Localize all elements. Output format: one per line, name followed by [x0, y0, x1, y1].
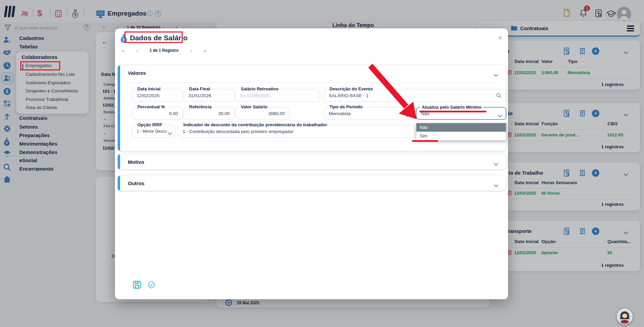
field-label: Percentual % — [136, 104, 167, 109]
expand-motivo-icon[interactable] — [495, 160, 498, 167]
confirm-button[interactable] — [147, 281, 155, 289]
field-label: Referência — [187, 104, 213, 109]
field-value: 30,00 — [188, 111, 230, 116]
prev-record-icon[interactable]: ‹ — [136, 48, 138, 53]
assistant-avatar[interactable] — [617, 309, 632, 324]
option-sim[interactable]: Sim — [416, 132, 506, 140]
field-placeholder: Ex 01/09/2025 — [240, 93, 315, 98]
first-record-icon[interactable]: « — [122, 48, 124, 53]
referencia-field[interactable]: Referência 30,00 — [184, 107, 234, 120]
field-label: Data Inicial — [136, 86, 162, 91]
section-outros[interactable]: Outros — [118, 176, 506, 191]
annotation-arrow — [365, 62, 423, 124]
indicador-inss-field[interactable]: Indicador de desconto da contribuição pr… — [178, 125, 415, 138]
save-button[interactable] — [133, 280, 141, 289]
field-value: 1 - Contribuição descontada pelo primeir… — [183, 129, 410, 134]
salary-data-modal: $ Dados de Salário ✕ « ‹ 1 de 1 Registro… — [115, 28, 508, 299]
annotation-underline-sim — [412, 140, 438, 142]
section-motivo[interactable]: Motivo — [118, 154, 506, 169]
search-lookup-icon[interactable] — [496, 92, 502, 99]
field-label: Valor Salário — [239, 104, 269, 109]
atualiza-options-popup: Não Sim — [416, 123, 506, 140]
section-title-motivo: Motivo — [128, 159, 144, 165]
field-label: Atualiza pelo Salário Mínimo — [420, 105, 483, 110]
collapse-valores-icon[interactable] — [495, 71, 498, 78]
annotation-underline-atualiza-label — [419, 111, 486, 112]
field-value: 3060,00 — [240, 111, 285, 116]
valor-salario-field[interactable]: Valor Salário 3060,00 — [235, 107, 290, 120]
percentual-field[interactable]: Percentual % 0,00 — [132, 107, 183, 120]
field-label: Opção IRRF — [136, 122, 164, 127]
field-value: 0,00 — [137, 111, 178, 116]
last-record-icon[interactable]: » — [204, 48, 206, 53]
chevron-down-icon — [499, 112, 502, 118]
opcao-irrf-select[interactable]: Opção IRRF 1 - Menor Desconto — [132, 125, 176, 138]
field-value: 1 - Menor Desconto — [137, 129, 167, 134]
record-count-label: 1 de 1 Registro — [150, 48, 179, 53]
app-root: $ Empregados i ? 1 — [0, 0, 644, 327]
section-title-outros: Outros — [128, 180, 144, 186]
data-inicial-field[interactable]: Data Inicial 12/02/2025 — [132, 89, 183, 102]
modal-pagination: « ‹ 1 de 1 Registro › » — [122, 47, 206, 53]
data-final-field[interactable]: Data Final 31/01/2026 — [184, 89, 234, 102]
atualiza-salario-minimo-select[interactable]: Atualiza pelo Salário Mínimo Não — [416, 107, 506, 120]
annotation-box-empregados — [20, 61, 60, 70]
option-nao[interactable]: Não — [416, 123, 506, 132]
salario-retroativo-field[interactable]: Salário Retroativo Ex 01/09/2025 — [235, 89, 320, 102]
section-title-valores: Valores — [128, 70, 146, 76]
close-icon[interactable]: ✕ — [498, 35, 503, 42]
field-label: Data Final — [187, 86, 212, 91]
chevron-down-icon — [168, 130, 171, 136]
annotation-box-modal-title — [124, 31, 183, 43]
field-value: 31/01/2026 — [188, 93, 230, 98]
field-value: 12/02/2025 — [137, 93, 178, 98]
expand-outros-icon[interactable] — [495, 182, 498, 188]
next-record-icon[interactable]: › — [190, 48, 192, 53]
field-label: Salário Retroativo — [239, 86, 280, 91]
field-label: Indicador de desconto da contribuição pr… — [182, 122, 329, 127]
field-label: Tipo de Período — [328, 104, 364, 109]
